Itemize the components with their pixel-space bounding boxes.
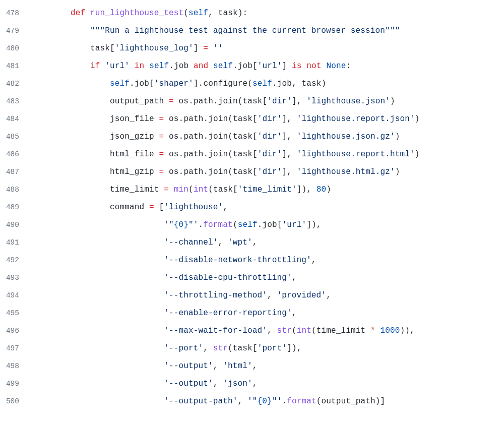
code-token: [ <box>149 79 154 88</box>
line-code[interactable]: """Run a lighthouse test against the cur… <box>31 25 504 37</box>
code-token: . <box>203 150 208 159</box>
code-line[interactable]: 486 html_file = os.path.join(task['dir']… <box>0 148 504 166</box>
code-line[interactable]: 483 output_path = os.path.join(task['dir… <box>0 95 504 113</box>
code-token: os <box>179 97 189 106</box>
line-code[interactable]: html_gzip = os.path.join(task['dir'], 'l… <box>31 166 504 178</box>
code-token: self <box>149 62 169 71</box>
code-token: ]), <box>306 220 321 229</box>
line-code[interactable]: json_file = os.path.join(task['dir'], 'l… <box>31 113 504 125</box>
code-line[interactable]: 491 '--channel', 'wpt', <box>0 236 504 254</box>
code-line[interactable]: 499 '--output', 'json', <box>0 378 504 395</box>
line-number: 478 <box>0 8 31 19</box>
code-line[interactable]: 489 command = ['lighthouse', <box>0 201 504 219</box>
code-token <box>31 97 110 106</box>
code-token: [ <box>154 203 164 212</box>
code-line[interactable]: 494 '--throttling-method', 'provided', <box>0 289 504 307</box>
code-token: os <box>169 150 179 159</box>
code-token: 'dir' <box>258 132 282 141</box>
code-token: path <box>183 167 203 176</box>
code-line[interactable]: 495 '--enable-error-reporting', <box>0 307 504 325</box>
code-line[interactable]: 478 def run_lighthouse_test(self, task): <box>0 7 504 25</box>
code-token: . <box>213 97 218 106</box>
line-code[interactable]: if 'url' in self.job and self.job['url']… <box>31 60 504 72</box>
code-token: '--channel' <box>164 238 218 247</box>
code-token: , <box>253 238 258 247</box>
code-token: '--disable-network-throttling' <box>164 256 311 265</box>
code-token: . <box>233 62 238 71</box>
code-line[interactable]: 482 self.job['shaper'].configure(self.jo… <box>0 78 504 95</box>
code-token: '--port' <box>164 344 203 353</box>
code-line[interactable]: 487 html_gzip = os.path.join(task['dir']… <box>0 166 504 184</box>
code-token: "' <box>188 220 199 229</box>
line-code[interactable]: output_path = os.path.join(task['dir'], … <box>31 95 504 107</box>
line-code[interactable]: '--enable-error-reporting', <box>31 307 504 319</box>
code-token: 'lighthouse.json' <box>306 97 390 106</box>
line-code[interactable]: '"{0}"'.format(self.job['url']), <box>31 219 504 231</box>
code-line[interactable]: 497 '--port', str(task['port']), <box>0 342 504 360</box>
code-line[interactable]: 500 '--output-path', '"{0}"'.format(outp… <box>0 395 504 413</box>
code-token: join <box>208 114 228 124</box>
code-token: {0} <box>174 220 188 229</box>
line-code[interactable]: html_file = os.path.join(task['dir'], 'l… <box>31 148 504 160</box>
line-code[interactable]: '--output', 'json', <box>31 378 504 390</box>
code-token: self <box>213 62 233 71</box>
code-token: task <box>233 344 253 353</box>
line-number: 482 <box>0 79 31 90</box>
code-token: job <box>174 62 188 71</box>
line-number: 481 <box>0 61 31 72</box>
code-token: None <box>326 62 346 71</box>
code-token: [ <box>253 150 258 159</box>
code-token: html_gzip <box>110 167 154 176</box>
code-line[interactable]: 488 time_limit = min(int(task['time_limi… <box>0 184 504 201</box>
line-code[interactable]: '--disable-cpu-throttling', <box>31 272 504 284</box>
code-token <box>31 273 164 282</box>
code-token <box>31 344 164 353</box>
line-code[interactable]: task['lighthouse_log'] = '' <box>31 42 504 54</box>
code-token: . <box>179 150 184 159</box>
line-code[interactable]: '--throttling-method', 'provided', <box>31 289 504 302</box>
code-line[interactable]: 498 '--output', 'html', <box>0 360 504 378</box>
code-line[interactable]: 493 '--disable-cpu-throttling', <box>0 272 504 289</box>
code-line[interactable]: 480 task['lighthouse_log'] = '' <box>0 42 504 60</box>
code-block: 478 def run_lighthouse_test(self, task):… <box>0 0 504 420</box>
line-code[interactable]: json_gzip = os.path.join(task['dir'], 'l… <box>31 131 504 143</box>
line-code[interactable]: command = ['lighthouse', <box>31 201 504 213</box>
line-code[interactable]: '--port', str(task['port']), <box>31 342 504 354</box>
code-token: ]), <box>287 344 301 353</box>
code-token: 'dir' <box>267 97 292 106</box>
code-token: 'lighthouse_log' <box>115 44 194 53</box>
line-code[interactable]: '--output-path', '"{0}"'.format(output_p… <box>31 395 504 407</box>
code-token <box>31 256 164 265</box>
code-line[interactable]: 492 '--disable-network-throttling', <box>0 254 504 272</box>
code-token <box>365 326 370 335</box>
code-token: ( <box>238 97 243 106</box>
code-line[interactable]: 484 json_file = os.path.join(task['dir']… <box>0 113 504 131</box>
line-number: 489 <box>0 202 31 213</box>
line-code[interactable]: '--channel', 'wpt', <box>31 236 504 249</box>
code-token: run_lighthouse_test <box>90 9 183 18</box>
code-token: ) <box>395 167 400 176</box>
code-line[interactable]: 490 '"{0}"'.format(self.job['url']), <box>0 219 504 236</box>
code-token: . <box>179 114 184 124</box>
code-token: '" <box>247 397 258 406</box>
code-line[interactable]: 485 json_gzip = os.path.join(task['dir']… <box>0 131 504 148</box>
code-token: output_path <box>321 397 375 406</box>
line-code[interactable]: '--max-wait-for-load', str(int(time_limi… <box>31 325 504 337</box>
code-token <box>188 62 194 71</box>
line-code[interactable]: self.job['shaper'].configure(self.job, t… <box>31 78 504 90</box>
code-token <box>144 203 149 212</box>
code-token: , <box>218 238 228 247</box>
code-token: '--disable-cpu-throttling' <box>164 273 292 282</box>
code-token: , <box>208 9 218 18</box>
code-token: , <box>238 397 248 406</box>
code-token <box>31 150 110 159</box>
code-line[interactable]: 496 '--max-wait-for-load', str(int(time_… <box>0 325 504 342</box>
code-token: 'shaper' <box>154 79 194 88</box>
line-code[interactable]: '--disable-network-throttling', <box>31 254 504 266</box>
code-line[interactable]: 479 """Run a lighthouse test against the… <box>0 25 504 42</box>
line-code[interactable]: time_limit = min(int(task['time_limit'])… <box>31 184 504 196</box>
code-line[interactable]: 481 if 'url' in self.job and self.job['u… <box>0 60 504 78</box>
line-code[interactable]: '--output', 'html', <box>31 360 504 372</box>
code-token <box>31 397 164 406</box>
line-code[interactable]: def run_lighthouse_test(self, task): <box>31 7 504 19</box>
